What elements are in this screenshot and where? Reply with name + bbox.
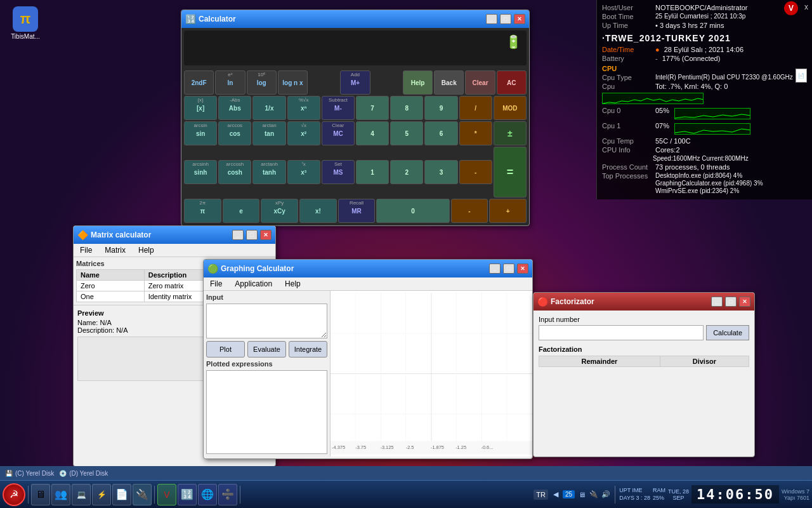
matrix-menu-help[interactable]: Help bbox=[132, 244, 160, 257]
calculator-titlebar[interactable]: 🔢 Calculator _ □ ✕ bbox=[181, 10, 529, 28]
taskbar-btn-document[interactable]: 📄 bbox=[112, 484, 131, 505]
btn-tanh[interactable]: arctanh tanh bbox=[252, 160, 285, 184]
btn-1[interactable]: 1 bbox=[356, 160, 389, 184]
btn-3[interactable]: 3 bbox=[424, 160, 457, 184]
btn-help[interactable]: Help bbox=[403, 70, 433, 95]
calc-maximize-btn[interactable]: □ bbox=[500, 14, 511, 24]
btn-mp[interactable]: Add M+ bbox=[340, 70, 370, 95]
btn-e[interactable]: e bbox=[223, 199, 260, 223]
taskbar-globe-btn[interactable]: 🌐 bbox=[198, 484, 217, 505]
taskbar-btn-network[interactable]: 🔌 bbox=[133, 484, 152, 505]
graph-menu-help[interactable]: Help bbox=[278, 277, 307, 290]
btn-inv[interactable]: 1/x bbox=[252, 96, 285, 120]
graph-menu-app[interactable]: Application bbox=[228, 277, 278, 290]
btn-mod[interactable]: MOD bbox=[494, 96, 527, 120]
btn-9[interactable]: 9 bbox=[424, 96, 457, 120]
btn-ln[interactable]: eⁿ ln bbox=[215, 70, 245, 95]
graphing-minimize-btn[interactable]: _ bbox=[489, 264, 501, 274]
btn-plus[interactable]: + bbox=[489, 199, 527, 223]
taskbar-btn-powershell[interactable]: ⚡ bbox=[92, 484, 111, 505]
graphing-close-btn[interactable]: ✕ bbox=[517, 264, 528, 274]
btn-pm[interactable]: ± bbox=[494, 121, 527, 145]
proc2: GraphingCalculator.exe (pid:4968) 3% bbox=[655, 180, 763, 187]
btn-dot[interactable]: - bbox=[451, 199, 488, 223]
btn-xfact[interactable]: x! bbox=[299, 199, 337, 223]
btn-clear[interactable]: Clear bbox=[465, 70, 495, 95]
fact-input-row: Calculate bbox=[539, 325, 749, 340]
btn-pi[interactable]: 2π π bbox=[184, 199, 221, 223]
btn-6[interactable]: 6 bbox=[424, 121, 457, 145]
btn-4[interactable]: 4 bbox=[356, 121, 389, 145]
matrix-menu-file[interactable]: File bbox=[74, 244, 98, 257]
btn-cosh[interactable]: arccosh cosh bbox=[218, 160, 251, 184]
btn-5[interactable]: 5 bbox=[390, 121, 423, 145]
btn-mr[interactable]: Recall MR bbox=[338, 199, 376, 223]
btn-abs[interactable]: -Abs Abs bbox=[218, 96, 251, 120]
btn-mm[interactable]: Subtract M- bbox=[322, 96, 355, 120]
btn-ms[interactable]: Set MS bbox=[322, 160, 355, 184]
btn-sin[interactable]: arcsin sin bbox=[184, 121, 217, 145]
btn-x3[interactable]: ᶠx x³ bbox=[287, 160, 320, 184]
taskbar-clock[interactable]: 14:06:50 bbox=[691, 485, 779, 504]
btn-integrate[interactable]: Integrate bbox=[289, 341, 327, 358]
notif-icon-network[interactable]: 🔌 bbox=[589, 490, 599, 500]
btn-ac[interactable]: AC bbox=[497, 70, 527, 95]
graphing-calc-titlebar[interactable]: 🟢 Graphing Calculator _ □ ✕ bbox=[204, 260, 532, 277]
btn-x2[interactable]: √x x² bbox=[287, 121, 320, 145]
btn-back[interactable]: Back bbox=[434, 70, 464, 95]
notif-icon-1[interactable]: ◀ bbox=[551, 490, 561, 500]
desktop-icon-tibismat[interactable]: π TibisMat... bbox=[6, 6, 44, 40]
fact-minimize-btn[interactable]: _ bbox=[711, 297, 723, 307]
btn-x-bracket[interactable]: {x} [x] bbox=[184, 96, 217, 120]
taskbar-lang[interactable]: TR bbox=[534, 490, 548, 500]
matrix-maximize-btn[interactable]: □ bbox=[246, 230, 258, 240]
btn-2ndf[interactable]: 2ndF bbox=[184, 70, 214, 95]
btn-2[interactable]: 2 bbox=[390, 160, 423, 184]
graphing-maximize-btn[interactable]: □ bbox=[503, 264, 514, 274]
notification-count[interactable]: 25 bbox=[563, 490, 575, 498]
graph-menubar: File Application Help bbox=[204, 277, 532, 291]
matrix-minimize-btn[interactable]: _ bbox=[232, 230, 244, 240]
calc-minimize-btn[interactable]: _ bbox=[486, 14, 497, 24]
btn-plot[interactable]: Plot bbox=[206, 341, 245, 358]
btn-7[interactable]: 7 bbox=[356, 96, 389, 120]
factorizator-titlebar[interactable]: 🔴 Factorizator _ □ ✕ bbox=[534, 293, 754, 311]
fact-close-btn[interactable]: ✕ bbox=[739, 297, 750, 307]
graph-menu-file[interactable]: File bbox=[204, 277, 228, 290]
btn-eq[interactable]: = bbox=[494, 147, 527, 197]
btn-8[interactable]: 8 bbox=[390, 96, 423, 120]
btn-minus[interactable]: - bbox=[459, 160, 492, 184]
taskbar-vivaldi-btn[interactable]: V bbox=[157, 484, 176, 505]
btn-mul[interactable]: * bbox=[459, 121, 492, 145]
matrix-close-btn[interactable]: ✕ bbox=[260, 230, 272, 240]
taskbar-fraction-btn[interactable]: ➗ bbox=[218, 484, 237, 505]
btn-evaluate[interactable]: Evaluate bbox=[247, 341, 286, 358]
notif-icon-monitor[interactable]: 🖥 bbox=[577, 490, 587, 500]
btn-log[interactable]: 10⁶ log bbox=[247, 70, 277, 95]
start-button[interactable]: ☭ bbox=[3, 483, 25, 506]
fact-maximize-btn[interactable]: □ bbox=[725, 297, 737, 307]
fact-input-field[interactable] bbox=[539, 325, 704, 340]
calc-display-icon: 🔋 bbox=[506, 34, 521, 50]
fact-calculate-btn[interactable]: Calculate bbox=[706, 325, 749, 340]
calc-close-btn[interactable]: ✕ bbox=[514, 14, 525, 24]
matrix-menu-matrix[interactable]: Matrix bbox=[98, 244, 132, 257]
sysmon-close-btn[interactable]: x bbox=[804, 3, 808, 11]
btn-mc[interactable]: Clear MC bbox=[322, 121, 355, 145]
btn-lognx[interactable]: log n x bbox=[278, 70, 308, 95]
btn-div[interactable]: / bbox=[459, 96, 492, 120]
btn-xcy[interactable]: xPy xCy bbox=[261, 199, 298, 223]
btn-xn[interactable]: %√x xⁿ bbox=[287, 96, 320, 120]
input-field[interactable] bbox=[206, 304, 327, 338]
cpu-graph bbox=[602, 93, 704, 104]
taskbar-btn-screen[interactable]: 🖥 bbox=[31, 484, 50, 505]
taskbar-btn-explorer[interactable]: 💻 bbox=[72, 484, 91, 505]
taskbar-calc-btn[interactable]: 🔢 bbox=[178, 484, 197, 505]
btn-sinh[interactable]: arcsinh sinh bbox=[184, 160, 217, 184]
matrix-calc-titlebar[interactable]: 🔶 Matrix calculator _ □ ✕ bbox=[74, 226, 275, 244]
btn-cos[interactable]: arccos cos bbox=[218, 121, 251, 145]
notif-icon-sound[interactable]: 🔊 bbox=[601, 490, 611, 500]
btn-tan[interactable]: arctan tan bbox=[252, 121, 285, 145]
btn-0[interactable]: 0 bbox=[376, 199, 449, 223]
taskbar-btn-users[interactable]: 👥 bbox=[51, 484, 70, 505]
